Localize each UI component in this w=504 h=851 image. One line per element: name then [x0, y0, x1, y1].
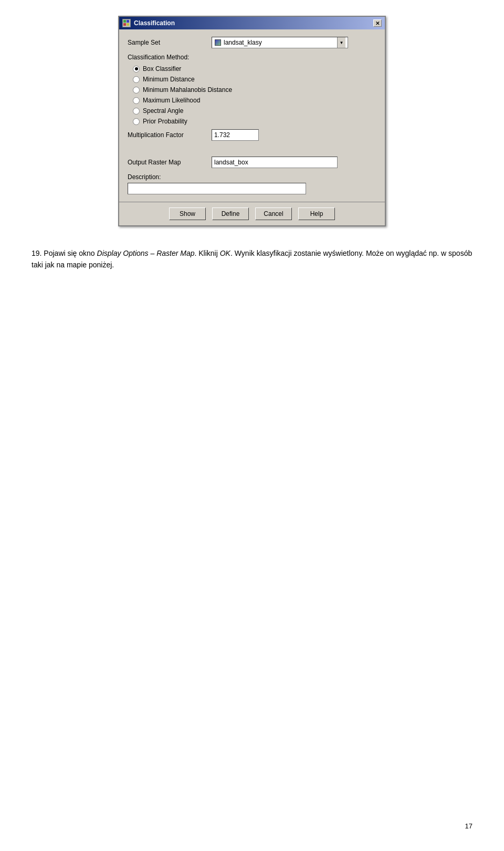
radio-item-prior: Prior Probability: [133, 118, 376, 125]
dialog-footer: Show Define Cancel Help: [119, 202, 385, 225]
titlebar-left: Classification: [122, 19, 175, 27]
sample-set-icon: [214, 39, 222, 46]
cancel-button[interactable]: Cancel: [255, 207, 292, 220]
description-input[interactable]: [128, 183, 306, 194]
radio-btn-prior[interactable]: [133, 118, 140, 125]
dialog-wrapper: Classification ✕ Sample Set landsat_klas…: [32, 16, 472, 226]
body-italic2: OK: [220, 249, 230, 257]
page-number: 17: [465, 822, 472, 830]
help-button[interactable]: Help: [298, 207, 335, 220]
body-part2: . Kliknij: [195, 249, 220, 257]
sample-set-dropdown[interactable]: landsat_klasy ▼: [212, 37, 348, 48]
svg-rect-0: [123, 20, 126, 23]
radio-label-prior: Prior Probability: [143, 118, 187, 125]
dialog-app-icon: [122, 19, 131, 27]
output-raster-row: Output Raster Map landsat_box: [128, 157, 376, 168]
output-raster-label: Output Raster Map: [128, 159, 212, 166]
close-button[interactable]: ✕: [373, 19, 382, 27]
radio-label-max-like: Maximum Likelihood: [143, 97, 200, 104]
dialog-titlebar: Classification ✕: [119, 17, 385, 29]
define-button[interactable]: Define: [212, 207, 249, 220]
radio-btn-max-like[interactable]: [133, 97, 140, 104]
svg-rect-2: [123, 23, 126, 26]
radio-item-max-like: Maximum Likelihood: [133, 97, 376, 104]
svg-rect-1: [127, 20, 129, 23]
body-number: 19.: [32, 249, 41, 257]
sample-set-label: Sample Set: [128, 39, 212, 46]
sample-set-row: Sample Set landsat_klasy ▼: [128, 37, 376, 48]
radio-label-spectral: Spectral Angle: [143, 107, 183, 115]
radio-item-box: Box Classifier: [133, 65, 376, 72]
multiplication-factor-label: Multiplication Factor: [128, 131, 212, 139]
spacer1: [128, 146, 376, 157]
description-section: Description:: [128, 173, 376, 194]
classification-dialog: Classification ✕ Sample Set landsat_klas…: [118, 16, 386, 226]
radio-item-spectral: Spectral Angle: [133, 107, 376, 115]
dialog-title: Classification: [134, 19, 175, 27]
multiplication-factor-input[interactable]: 1.732: [212, 129, 259, 141]
radio-item-min-dist: Minimum Distance: [133, 76, 376, 83]
radio-label-min-mah: Minimum Mahalanobis Distance: [143, 86, 232, 94]
body-paragraph: 19. Pojawi się okno Display Options – Ra…: [32, 247, 472, 271]
radio-label-box: Box Classifier: [143, 65, 181, 72]
svg-rect-3: [127, 23, 129, 26]
radio-btn-min-mah[interactable]: [133, 87, 140, 94]
radio-group: Box Classifier Minimum Distance Minimum …: [133, 65, 376, 125]
output-raster-input[interactable]: landsat_box: [212, 157, 338, 168]
dialog-body: Sample Set landsat_klasy ▼ Classificatio…: [119, 29, 385, 202]
description-label: Description:: [128, 173, 376, 181]
radio-btn-min-dist[interactable]: [133, 76, 140, 83]
body-part1: Pojawi się okno: [44, 249, 97, 257]
body-italic1: Display Options – Raster Map: [97, 249, 195, 257]
radio-label-min-dist: Minimum Distance: [143, 76, 195, 83]
show-button[interactable]: Show: [169, 207, 206, 220]
multiplication-factor-row: Multiplication Factor 1.732: [128, 129, 376, 141]
dropdown-arrow-icon[interactable]: ▼: [337, 37, 345, 48]
radio-btn-spectral[interactable]: [133, 108, 140, 115]
sample-set-value: landsat_klasy: [224, 39, 335, 46]
radio-btn-box[interactable]: [133, 66, 140, 72]
radio-item-min-mah: Minimum Mahalanobis Distance: [133, 86, 376, 94]
classification-method-label: Classification Method:: [128, 54, 376, 61]
